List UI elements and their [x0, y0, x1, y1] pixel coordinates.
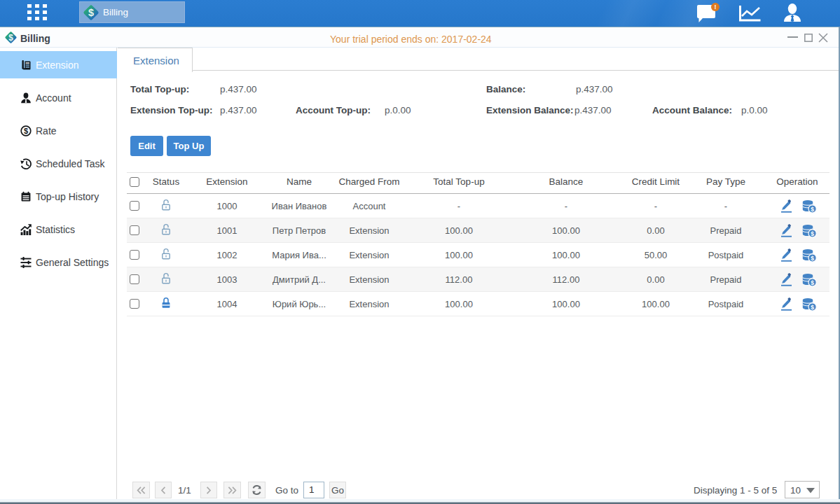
svg-text:$: $: [811, 206, 814, 213]
svg-text:$: $: [811, 279, 814, 286]
svg-text:$: $: [811, 255, 814, 262]
svg-text:!: !: [715, 4, 717, 10]
svg-text:$: $: [811, 304, 814, 311]
svg-text:$: $: [24, 127, 28, 135]
svg-text:$: $: [8, 33, 13, 43]
svg-text:$: $: [88, 7, 94, 18]
svg-text:$: $: [811, 230, 814, 237]
